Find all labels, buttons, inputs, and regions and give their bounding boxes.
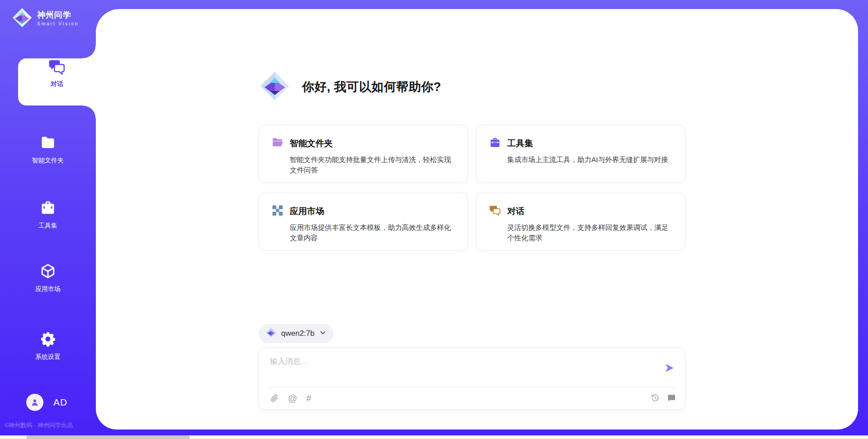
chat-icon (489, 205, 501, 218)
sidebar-item-smart-folder[interactable]: 智能文件夹 (0, 134, 96, 165)
composer-divider (267, 387, 677, 387)
sidebar-item-toolset[interactable]: 工具集 (0, 200, 96, 230)
card-title: 工具集 (507, 138, 533, 149)
sidebar-item-label: 对话 (18, 80, 96, 88)
brand-diamond-icon (259, 71, 290, 103)
greeting: 你好, 我可以如何帮助你? (259, 71, 441, 103)
send-icon[interactable] (664, 363, 675, 373)
folder-open-icon (272, 137, 283, 150)
sidebar-item-label: 应用市场 (0, 285, 96, 293)
sidebar-item-chat[interactable]: 对话 (18, 58, 96, 105)
card-description: 集成市场上主流工具，助力AI与外界无缝扩展与对接 (507, 154, 672, 165)
card-title: 智能文件夹 (290, 138, 333, 149)
mention-icon[interactable]: @ (288, 393, 297, 403)
active-tab-curve-top (83, 46, 96, 58)
composer-tools-right (651, 393, 676, 402)
history-icon[interactable] (651, 393, 660, 402)
feature-card-app-market[interactable]: 应用市场 应用市场提供丰富长文本模板，助力高效生成多样化文章内容 (259, 193, 468, 251)
card-description: 灵活切换多模型文件，支持多样回复效果调试，满足个性化需求 (507, 222, 672, 243)
feature-card-chat[interactable]: 对话 灵活切换多模型文件，支持多样回复效果调试，满足个性化需求 (476, 193, 685, 251)
gear-icon (40, 341, 56, 348)
grid-icon (272, 205, 283, 218)
sidebar-item-label: 系统设置 (0, 353, 96, 361)
active-tab-curve-bottom (83, 105, 96, 118)
card-description: 智能文件夹功能支持批量文件上传与清洗，轻松实现文件问答 (290, 154, 455, 176)
message-composer: @ # (259, 348, 685, 410)
copyright-text: ©神州数码 · 神州问学出品 (5, 421, 73, 429)
app-window: 你好, 我可以如何帮助你? 智能文件夹 智能文件夹功能支持批量文件上传与清洗，轻… (0, 0, 868, 439)
user-name: AD (53, 397, 67, 408)
feature-cards: 智能文件夹 智能文件夹功能支持批量文件上传与清洗，轻松实现文件问答 工具集 (259, 125, 685, 251)
chevron-down-icon (319, 329, 326, 338)
model-diamond-icon (266, 327, 277, 340)
feature-card-toolset[interactable]: 工具集 集成市场上主流工具，助力AI与外界无缝扩展与对接 (476, 125, 685, 183)
sidebar-item-label: 工具集 (0, 222, 96, 230)
folder-icon (40, 144, 56, 152)
card-title: 对话 (507, 205, 524, 217)
conversation-bubble-icon[interactable] (667, 393, 676, 402)
main-content-panel: 你好, 我可以如何帮助你? 智能文件夹 智能文件夹功能支持批量文件上传与清洗，轻… (96, 9, 858, 429)
toolbox-icon (40, 210, 56, 217)
greeting-text: 你好, 我可以如何帮助你? (302, 79, 441, 95)
sidebar-item-settings[interactable]: 系统设置 (0, 331, 96, 361)
composer-tools-left: @ # (270, 393, 311, 403)
sidebar-item-app-market[interactable]: 应用市场 (0, 263, 96, 293)
user-account[interactable]: AD (26, 394, 67, 411)
feature-card-smart-folder[interactable]: 智能文件夹 智能文件夹功能支持批量文件上传与清洗，轻松实现文件问答 (259, 125, 468, 183)
brand-name: 神州问学 (37, 10, 71, 19)
model-name: qwen2:7b (281, 329, 315, 338)
topic-hash-icon[interactable]: # (306, 393, 311, 403)
cube-icon (40, 273, 56, 281)
brand-subtitle: Smart Vision (37, 21, 79, 26)
model-selector[interactable]: qwen2:7b (259, 324, 334, 343)
sidebar-item-label: 智能文件夹 (0, 157, 96, 165)
horizontal-scrollbar (0, 435, 868, 439)
message-input[interactable] (269, 355, 655, 384)
horizontal-scrollbar-thumb[interactable] (26, 435, 190, 439)
briefcase-icon (489, 137, 501, 150)
attachment-icon[interactable] (270, 394, 279, 403)
brand-diamond-icon (12, 7, 33, 30)
avatar (26, 394, 43, 411)
chat-icon (48, 69, 66, 77)
card-description: 应用市场提供丰富长文本模板，助力高效生成多样化文章内容 (290, 222, 455, 243)
brand: 神州问学 Smart Vision (12, 7, 79, 30)
card-title: 应用市场 (290, 205, 324, 217)
